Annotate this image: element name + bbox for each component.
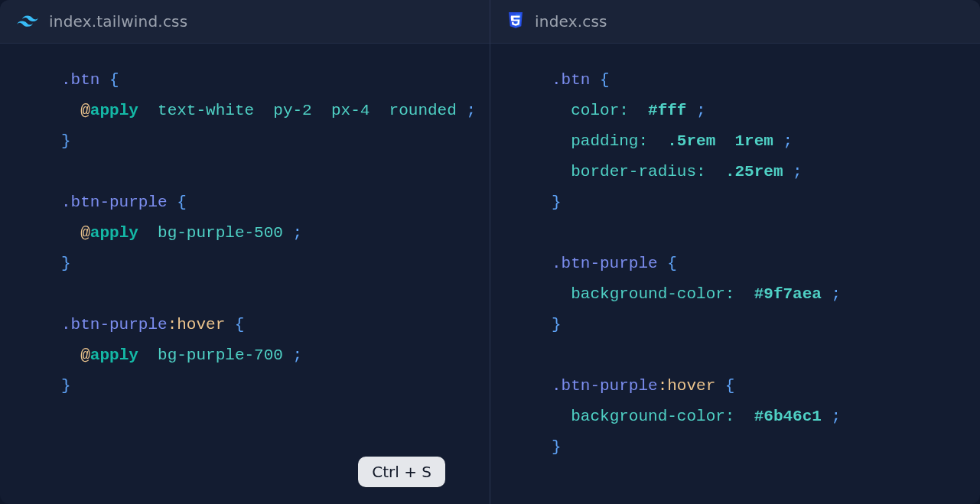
utility: bg-purple-700 — [158, 346, 283, 364]
utility: rounded — [389, 102, 457, 119]
semicolon: ; — [832, 285, 842, 303]
semicolon: ; — [696, 102, 706, 119]
utility: py-2 — [273, 102, 311, 119]
utility: text-white — [158, 102, 254, 119]
brace-open: { — [600, 71, 610, 89]
value: .25rem — [725, 163, 783, 180]
save-shortcut-keycap: Ctrl + S — [358, 457, 445, 487]
tab-label-left[interactable]: index.tailwind.css — [49, 12, 187, 31]
utility: bg-purple-500 — [158, 224, 283, 242]
code-right[interactable]: .btn { color: #fff ; padding: .5rem 1rem… — [490, 44, 980, 504]
selector: .btn — [61, 71, 99, 89]
selector: .btn — [552, 71, 590, 89]
utility: px-4 — [331, 102, 370, 119]
tabbar-left: index.tailwind.css — [0, 0, 490, 44]
brace-close: } — [552, 193, 562, 211]
property: padding: — [571, 132, 648, 150]
selector: .btn-purple — [61, 316, 168, 333]
brace-open: { — [667, 255, 677, 272]
value: #fff — [648, 102, 686, 119]
pseudo-hover: :hover — [658, 377, 716, 395]
brace-close: } — [61, 132, 71, 150]
brace-open: { — [109, 71, 119, 89]
pseudo-hover: :hover — [168, 316, 226, 333]
tab-label-right[interactable]: index.css — [535, 12, 607, 31]
code-left[interactable]: .btn { @apply text-white py-2 px-4 round… — [0, 44, 490, 504]
brace-close: } — [61, 255, 71, 272]
at-sign: @ — [80, 346, 90, 364]
value: #9f7aea — [754, 285, 822, 303]
brace-close: } — [552, 438, 562, 456]
property: background-color: — [571, 408, 734, 425]
pane-tailwind: index.tailwind.css .btn { @apply text-wh… — [0, 0, 490, 504]
selector: .btn-purple — [552, 255, 658, 272]
brace-open: { — [725, 377, 735, 395]
semicolon: ; — [293, 346, 303, 364]
value: .5rem — [667, 132, 715, 150]
brace-open: { — [235, 316, 245, 333]
value: 1rem — [735, 132, 773, 150]
brace-open: { — [177, 193, 187, 211]
property: background-color: — [571, 285, 734, 303]
apply-keyword: apply — [90, 102, 138, 119]
semicolon: ; — [832, 408, 842, 425]
semicolon: ; — [783, 132, 793, 150]
css3-icon — [507, 12, 524, 31]
selector: .btn-purple — [552, 377, 658, 395]
apply-keyword: apply — [90, 346, 138, 364]
tailwind-icon — [17, 15, 38, 28]
editor-split-view: index.tailwind.css .btn { @apply text-wh… — [0, 0, 980, 504]
value: #6b46c1 — [754, 408, 822, 425]
property: color: — [571, 102, 629, 119]
property: border-radius: — [571, 163, 705, 180]
pane-css: index.css .btn { color: #fff ; padding: … — [490, 0, 980, 504]
brace-close: } — [61, 377, 71, 395]
at-sign: @ — [80, 224, 90, 242]
semicolon: ; — [293, 224, 303, 242]
apply-keyword: apply — [90, 224, 138, 242]
semicolon: ; — [793, 163, 803, 180]
selector: .btn-purple — [61, 193, 168, 211]
brace-close: } — [552, 316, 562, 333]
tabbar-right: index.css — [490, 0, 980, 44]
semicolon: ; — [466, 102, 476, 119]
at-sign: @ — [80, 102, 90, 119]
